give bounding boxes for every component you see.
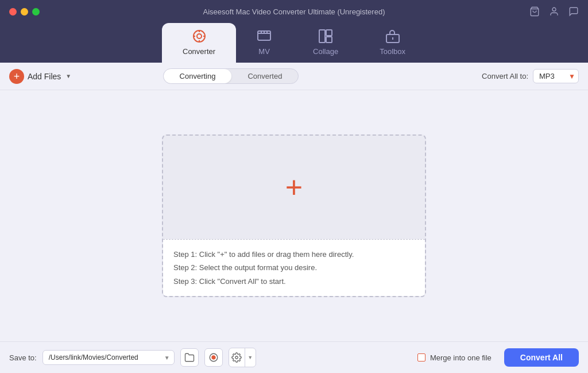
drop-zone-instructions: Step 1: Click "+" to add files or drag t… bbox=[163, 239, 425, 296]
traffic-lights bbox=[9, 8, 40, 16]
tab-collage-label: Collage bbox=[313, 47, 338, 56]
drop-zone-container: + Step 1: Click "+" to add files or drag… bbox=[0, 90, 588, 341]
close-button[interactable] bbox=[9, 8, 17, 16]
tab-converter[interactable]: Converter bbox=[162, 23, 236, 63]
bottom-bar: Save to: ▼ ▼ bbox=[0, 341, 588, 373]
chat-icon[interactable] bbox=[568, 6, 579, 17]
nav-tabs: Converter MV Collage Toolbox bbox=[0, 23, 588, 63]
step1-text: Step 1: Click "+" to add files or drag t… bbox=[173, 248, 415, 261]
toolbar-tabs: Converting Converted bbox=[163, 68, 299, 84]
convert-all-label: Convert All to: bbox=[482, 72, 528, 80]
open-folder-button[interactable] bbox=[180, 348, 199, 367]
format-select[interactable]: MP3 MP4 MOV AVI AAC bbox=[533, 69, 579, 83]
svg-point-15 bbox=[212, 356, 215, 359]
tab-toolbox-label: Toolbox bbox=[380, 47, 405, 56]
svg-point-3 bbox=[197, 34, 202, 39]
add-files-button[interactable]: + Add Files ▼ bbox=[9, 69, 71, 84]
save-path-input[interactable] bbox=[42, 350, 175, 365]
convert-all-format-section: Convert All to: MP3 MP4 MOV AVI AAC ▼ bbox=[482, 69, 579, 83]
path-input-wrapper: ▼ bbox=[42, 350, 175, 365]
drop-zone[interactable]: + Step 1: Click "+" to add files or drag… bbox=[162, 134, 426, 297]
svg-rect-11 bbox=[326, 37, 332, 43]
title-bar: Aiseesoft Mac Video Converter Ultimate (… bbox=[0, 0, 588, 23]
cart-icon[interactable] bbox=[529, 6, 540, 17]
svg-rect-10 bbox=[326, 30, 332, 36]
save-to-label: Save to: bbox=[9, 353, 37, 362]
merge-label: Merge into one file bbox=[430, 353, 492, 362]
step2-text: Step 2: Select the output format you des… bbox=[173, 261, 415, 274]
maximize-button[interactable] bbox=[32, 8, 40, 16]
tab-toolbox[interactable]: Toolbox bbox=[359, 23, 426, 63]
svg-point-16 bbox=[235, 356, 238, 359]
folder-icon bbox=[184, 352, 195, 363]
svg-point-1 bbox=[552, 7, 556, 11]
quality-settings-button[interactable] bbox=[204, 348, 223, 367]
toolbar: + Add Files ▼ Converting Converted Conve… bbox=[0, 63, 588, 90]
minimize-button[interactable] bbox=[21, 8, 28, 16]
add-files-label: Add Files bbox=[28, 72, 61, 81]
tab-collage[interactable]: Collage bbox=[292, 23, 359, 63]
svg-rect-9 bbox=[319, 30, 325, 43]
merge-section: Merge into one file bbox=[417, 353, 492, 362]
merge-checkbox[interactable] bbox=[417, 353, 425, 362]
settings-gear-icon bbox=[231, 352, 242, 363]
convert-all-button[interactable]: Convert All bbox=[504, 348, 579, 367]
title-bar-actions bbox=[529, 6, 579, 17]
converting-tab[interactable]: Converting bbox=[164, 69, 232, 83]
tab-mv-label: MV bbox=[258, 47, 270, 56]
profile-icon[interactable] bbox=[549, 6, 559, 17]
converted-tab[interactable]: Converted bbox=[231, 69, 298, 83]
settings-main-button[interactable] bbox=[229, 348, 245, 367]
format-select-wrapper: MP3 MP4 MOV AVI AAC ▼ bbox=[533, 69, 579, 83]
add-plus-icon: + bbox=[9, 69, 24, 84]
add-files-dropdown-arrow[interactable]: ▼ bbox=[65, 73, 71, 79]
main-content: + Add Files ▼ Converting Converted Conve… bbox=[0, 63, 588, 373]
tab-converter-label: Converter bbox=[183, 47, 215, 56]
settings-dropdown-arrow-icon[interactable]: ▼ bbox=[245, 348, 256, 367]
drop-zone-main[interactable]: + bbox=[163, 136, 425, 239]
gear-record-icon bbox=[208, 352, 219, 363]
settings-split-button[interactable]: ▼ bbox=[229, 348, 256, 367]
window-title: Aiseesoft Mac Video Converter Ultimate (… bbox=[203, 7, 385, 16]
drop-plus-icon: + bbox=[285, 172, 303, 202]
step3-text: Step 3: Click "Convert All" to start. bbox=[173, 275, 415, 288]
tab-mv[interactable]: MV bbox=[236, 23, 292, 63]
